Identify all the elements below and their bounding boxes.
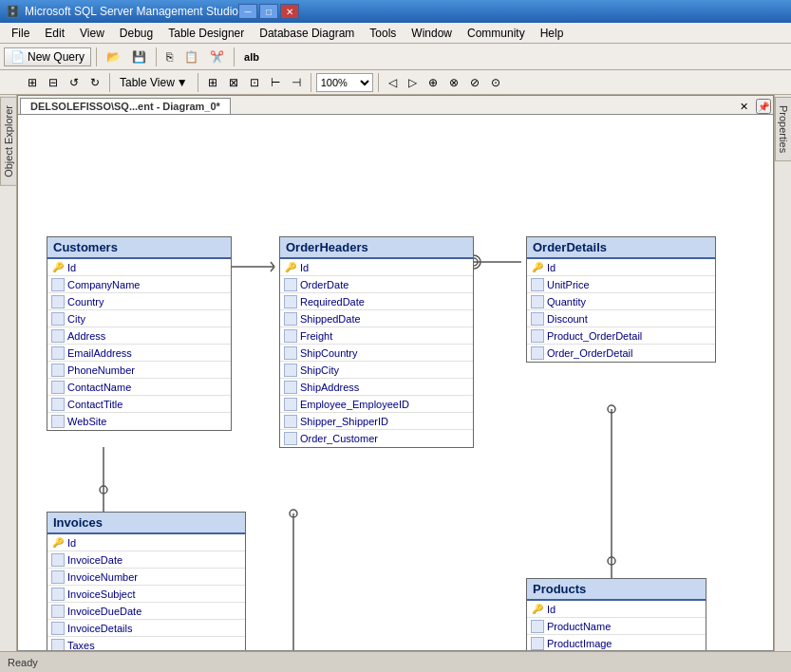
toolbar2-sep-3 [311,73,311,92]
svg-line-2 [271,262,274,267]
customers-row-website: WebSite [47,413,231,430]
menu-community[interactable]: Community [460,25,533,42]
save-button[interactable]: 💾 [127,47,151,67]
customers-row-address: Address [47,327,231,345]
main-toolbar: 📄 New Query 📂 💾 ⎘ 📋 ✂️ alb [0,44,791,70]
properties-tab[interactable]: Properties [775,97,792,161]
svg-line-3 [271,267,274,271]
customers-row-contacttitle: ContactTitle [47,396,231,413]
window-title: Microsoft SQL Server Management Studio [25,5,238,18]
products-table-header: Products [527,579,706,601]
left-sidebar: Object Explorer [0,95,17,651]
menu-tools[interactable]: Tools [362,25,404,42]
toolbar2-btn-13[interactable]: ⊗ [444,72,463,93]
toolbar2-btn-14[interactable]: ⊘ [465,72,484,93]
toolbar-btn-alb[interactable]: alb [239,47,264,67]
products-row-productimage: ProductImage [527,635,706,650]
menu-debug[interactable]: Debug [112,25,160,42]
orderheaders-row-id: 🔑 Id [280,259,473,276]
invoices-row-invoicenumber: InvoiceNumber [47,569,245,586]
open-button[interactable]: 📂 [102,47,125,67]
column-icon [51,381,65,394]
customers-row-id: 🔑 Id [47,259,231,276]
column-icon [284,364,297,377]
column-icon [531,295,544,308]
minimize-button[interactable]: ─ [238,4,257,19]
menu-database-diagram[interactable]: Database Diagram [252,25,362,42]
orderdetails-row-order: Order_OrderDetail [527,345,715,362]
column-icon [284,415,297,428]
toolbar2-btn-10[interactable]: ◁ [384,72,402,93]
orderdetails-row-quantity: Quantity [527,293,715,310]
customers-table-header: Customers [47,237,231,259]
right-sidebar: Properties [774,95,791,651]
column-icon [51,278,65,291]
primary-key-icon: 🔑 [51,536,65,550]
toolbar2-btn-15[interactable]: ⊙ [486,72,505,93]
toolbar2-btn-5[interactable]: ⊞ [203,72,222,93]
orderheaders-row-requireddate: RequiredDate [280,293,473,310]
toolbar2-btn-7[interactable]: ⊡ [245,72,264,93]
toolbar2-sep-1 [109,73,110,92]
column-icon [51,622,65,635]
menu-window[interactable]: Window [404,25,460,42]
toolbar2-btn-6[interactable]: ⊠ [224,72,243,93]
customers-row-phone: PhoneNumber [47,362,231,379]
invoices-row-invoicedetails: InvoiceDetails [47,620,245,637]
toolbar2-btn-1[interactable]: ⊞ [23,72,42,93]
toolbar2-btn-8[interactable]: ⊢ [266,72,285,93]
zoom-select[interactable]: 100% [316,73,373,92]
diagram-close-button[interactable]: ✕ [736,100,752,114]
customers-table: Customers 🔑 Id CompanyName Country [47,236,232,431]
column-icon [51,346,65,360]
toolbar-btn-3[interactable]: ⎘ [161,47,178,67]
customers-row-contactname: ContactName [47,379,231,396]
menu-view[interactable]: View [72,25,112,42]
menu-bar: File Edit View Debug Table Designer Data… [0,23,791,44]
customers-row-companyname: CompanyName [47,276,231,293]
svg-point-11 [290,510,297,517]
new-query-button[interactable]: 📄 New Query [4,47,91,66]
canvas-inner: Customers 🔑 Id CompanyName Country [18,115,773,650]
close-button[interactable]: ✕ [280,4,299,19]
diagram-canvas[interactable]: Customers 🔑 Id CompanyName Country [18,115,773,650]
toolbar-separator-1 [96,47,97,66]
column-icon [51,415,65,428]
orderdetails-table: OrderDetails 🔑 Id UnitPrice Quantity [526,236,716,363]
toolbar2-btn-12[interactable]: ⊕ [424,72,443,93]
column-icon [51,364,65,377]
svg-point-8 [100,486,107,494]
new-query-icon: 📄 [10,50,25,64]
toolbar2-btn-9[interactable]: ⊣ [287,72,306,93]
products-row-id: 🔑 Id [527,601,706,618]
customers-row-country: Country [47,293,231,310]
orderdetails-row-unitprice: UnitPrice [527,276,715,293]
toolbar2-btn-3[interactable]: ↺ [65,72,84,93]
invoices-row-invoicesubject: InvoiceSubject [47,586,245,603]
invoices-row-taxes: Taxes [47,637,245,650]
toolbar2-btn-4[interactable]: ↻ [85,72,104,93]
primary-key-icon: 🔑 [284,261,297,274]
column-icon [51,639,65,651]
orderdetails-row-discount: Discount [527,310,715,327]
toolbar-btn-4[interactable]: 📋 [179,47,203,67]
toolbar2-btn-11[interactable]: ▷ [404,72,422,93]
orderdetails-row-id: 🔑 Id [527,259,715,276]
restore-button[interactable]: □ [259,4,278,19]
toolbar-btn-5[interactable]: ✂️ [205,47,229,67]
status-bar: Ready [0,651,791,672]
menu-table-designer[interactable]: Table Designer [160,25,252,42]
menu-file[interactable]: File [4,25,37,42]
object-explorer-tab[interactable]: Object Explorer [0,97,17,186]
pin-button[interactable]: 📌 [756,99,771,114]
column-icon [284,312,297,326]
column-icon [51,605,65,618]
toolbar2-btn-2[interactable]: ⊟ [44,72,63,93]
menu-help[interactable]: Help [533,25,572,42]
primary-key-icon: 🔑 [531,603,544,616]
menu-edit[interactable]: Edit [37,25,72,42]
chevron-down-icon: ▼ [177,76,188,89]
open-icon: 📂 [106,50,121,64]
diagram-tab-active[interactable]: DELSOLEFISSO\SQ...ent - Diagram_0* [20,98,231,114]
table-view-dropdown[interactable]: Table View ▼ [115,72,193,93]
